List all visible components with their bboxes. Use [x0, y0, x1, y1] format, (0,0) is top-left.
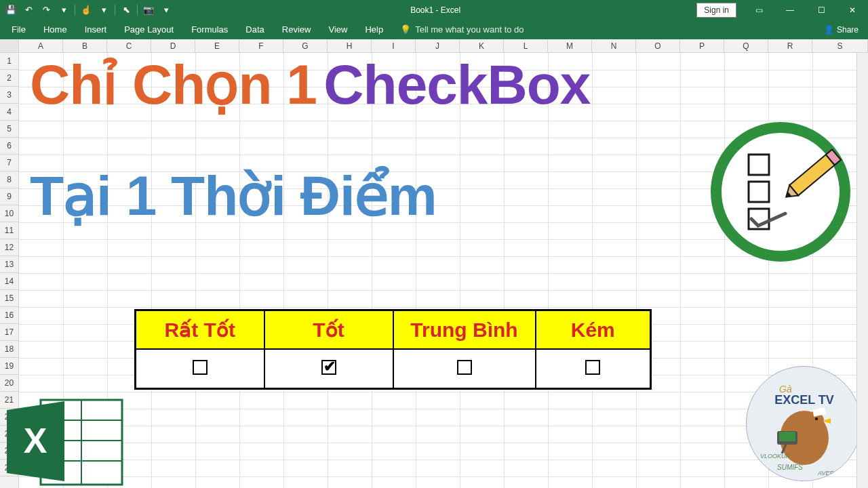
col-C[interactable]: C: [107, 39, 151, 52]
minimize-button[interactable]: —: [774, 0, 806, 20]
rating-header-row: Rất Tốt Tốt Trung Bình Kém: [136, 310, 651, 350]
col-J[interactable]: J: [416, 39, 460, 52]
select-all-corner[interactable]: [0, 39, 19, 52]
rating-header-1: Rất Tốt: [136, 310, 264, 350]
close-button[interactable]: ✕: [837, 0, 868, 20]
row-11[interactable]: 11: [0, 222, 18, 239]
tab-home[interactable]: Home: [35, 20, 76, 39]
checkbox-trung-binh[interactable]: [457, 360, 472, 375]
col-P[interactable]: P: [680, 39, 724, 52]
share-button[interactable]: 👤 Share: [824, 25, 859, 35]
svg-point-0: [716, 127, 845, 256]
col-R[interactable]: R: [768, 39, 812, 52]
svg-rect-22: [779, 432, 795, 441]
headline-part2: CheckBox: [323, 54, 590, 115]
headline-line2-text: Tại 1 Thời Điểm: [30, 165, 437, 226]
tab-help[interactable]: Help: [356, 20, 392, 39]
col-K[interactable]: K: [460, 39, 504, 52]
row-16[interactable]: 16: [0, 307, 18, 324]
rating-header-3: Trung Bình: [393, 310, 536, 350]
row-13[interactable]: 13: [0, 256, 18, 273]
svg-point-19: [815, 418, 818, 420]
row-19[interactable]: 19: [0, 358, 18, 375]
row-18[interactable]: 18: [0, 341, 18, 358]
tab-insert[interactable]: Insert: [76, 20, 116, 39]
row-7[interactable]: 7: [0, 155, 18, 171]
col-A[interactable]: A: [19, 39, 63, 52]
signin-button[interactable]: Sign in: [696, 3, 736, 18]
rating-check-row: [136, 349, 651, 388]
pointer-icon[interactable]: ⬉: [118, 2, 134, 18]
checkbox-illustration: [709, 121, 852, 263]
tell-me-label: Tell me what you want to do: [415, 24, 524, 35]
checkbox-rat-tot[interactable]: [193, 360, 208, 375]
col-O[interactable]: O: [636, 39, 680, 52]
tab-view[interactable]: View: [319, 20, 356, 39]
row-14[interactable]: 14: [0, 273, 18, 290]
tab-page-layout[interactable]: Page Layout: [115, 20, 182, 39]
row-9[interactable]: 9: [0, 188, 18, 205]
row-5[interactable]: 5: [0, 121, 18, 138]
tab-review[interactable]: Review: [273, 20, 320, 39]
undo-icon[interactable]: ↶: [20, 2, 37, 18]
qat-dropdown3-icon[interactable]: ▾: [158, 2, 174, 18]
col-N[interactable]: N: [592, 39, 636, 52]
share-label: Share: [837, 25, 859, 35]
excel-tv-watermark: Gà EXCEL TV SUMIFS AVERAGE VLOOKUP: [746, 366, 861, 481]
svg-text:X: X: [24, 421, 47, 460]
row-10[interactable]: 10: [0, 205, 18, 222]
headline-line2: Tại 1 Thời Điểm: [30, 168, 437, 224]
maximize-button[interactable]: ☐: [806, 0, 837, 20]
row-17[interactable]: 17: [0, 324, 18, 341]
save-icon[interactable]: 💾: [3, 2, 19, 18]
col-I[interactable]: I: [372, 39, 416, 52]
row-20[interactable]: 20: [0, 375, 18, 392]
cell-grid[interactable]: Chỉ Chọn 1 CheckBox Tại 1 Thời Điểm: [19, 53, 868, 488]
camera-icon[interactable]: 📷: [140, 2, 157, 18]
checkbox-tot[interactable]: [321, 360, 336, 375]
vertical-scrollbar[interactable]: [856, 53, 868, 488]
row-3[interactable]: 3: [0, 87, 18, 104]
checkbox-kem[interactable]: [585, 360, 600, 375]
col-G[interactable]: G: [283, 39, 328, 52]
row-8[interactable]: 8: [0, 171, 18, 188]
col-F[interactable]: F: [239, 39, 283, 52]
col-M[interactable]: M: [548, 39, 592, 52]
wm-brand: EXCEL TV: [774, 393, 834, 407]
svg-text:VLOOKUP: VLOOKUP: [760, 453, 790, 460]
rating-header-4: Kém: [536, 310, 651, 350]
tell-me-search[interactable]: 💡 Tell me what you want to do: [392, 24, 532, 35]
lightbulb-icon: 💡: [400, 24, 411, 35]
rating-table: Rất Tốt Tốt Trung Bình Kém: [134, 309, 652, 390]
col-Q[interactable]: Q: [724, 39, 768, 52]
col-L[interactable]: L: [504, 39, 548, 52]
col-S[interactable]: S: [812, 39, 868, 52]
touch-mode-icon[interactable]: ☝: [78, 2, 94, 18]
ribbon-tabs: File Home Insert Page Layout Formulas Da…: [0, 20, 868, 39]
row-1[interactable]: 1: [0, 53, 18, 70]
rating-header-2: Tốt: [264, 310, 393, 350]
col-D[interactable]: D: [151, 39, 195, 52]
col-E[interactable]: E: [195, 39, 239, 52]
tab-data[interactable]: Data: [237, 20, 273, 39]
column-headers: A B C D E F G H I J K L M N O P Q R S: [0, 39, 868, 53]
excel-logo: X: [0, 393, 136, 488]
window-title: Book1 - Excel: [174, 5, 696, 15]
headline-line1: Chỉ Chọn 1 CheckBox: [30, 57, 590, 113]
title-bar: 💾 ↶ ↷ ▾ ☝ ▾ ⬉ 📷 ▾ Book1 - Excel Sign in …: [0, 0, 868, 20]
share-icon: 👤: [824, 25, 834, 35]
redo-icon[interactable]: ↷: [38, 2, 54, 18]
row-2[interactable]: 2: [0, 70, 18, 87]
row-6[interactable]: 6: [0, 138, 18, 155]
col-H[interactable]: H: [328, 39, 372, 52]
qat-dropdown-icon[interactable]: ▾: [56, 2, 72, 18]
row-15[interactable]: 15: [0, 290, 18, 307]
row-12[interactable]: 12: [0, 239, 18, 256]
tab-formulas[interactable]: Formulas: [182, 20, 237, 39]
row-4[interactable]: 4: [0, 104, 18, 121]
ribbon-display-icon[interactable]: ▭: [743, 0, 774, 20]
col-B[interactable]: B: [63, 39, 107, 52]
quick-access-toolbar: 💾 ↶ ↷ ▾ ☝ ▾ ⬉ 📷 ▾: [0, 2, 174, 18]
qat-dropdown2-icon[interactable]: ▾: [96, 2, 112, 18]
tab-file[interactable]: File: [3, 20, 35, 39]
